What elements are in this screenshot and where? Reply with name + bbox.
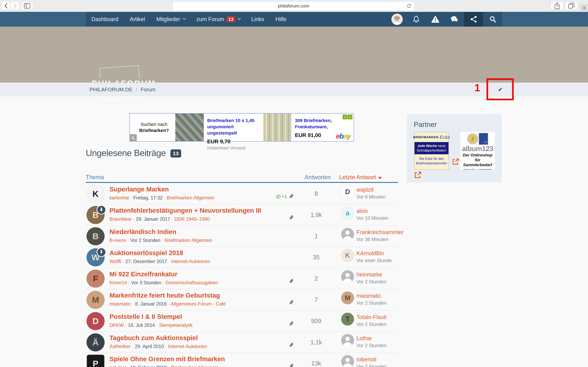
conversations-button[interactable] (445, 12, 464, 27)
avatar-letter: Ä (93, 337, 99, 347)
refresh-icon[interactable] (406, 3, 412, 9)
browser-forward-button[interactable] (11, 2, 19, 9)
browser-share-button[interactable] (551, 2, 563, 9)
topic-category-link[interactable]: Gemeinschaftsausgaben (165, 280, 218, 285)
ebay-ad-banner[interactable]: Suchen nach Briefmarken? Briefmarken 10 … (130, 113, 354, 142)
browser-back-button[interactable] (2, 2, 10, 9)
last-reply-avatar[interactable] (341, 334, 354, 347)
nav-item-mitglieder[interactable]: Mitglieder (151, 12, 191, 27)
euro-coin-image: 2 (467, 133, 478, 144)
browser-new-tab-button[interactable]: + (580, 4, 588, 12)
last-reply-avatar[interactable]: K (341, 249, 354, 262)
browser-tabs-button[interactable] (565, 2, 577, 9)
topic-avatar[interactable]: B (86, 206, 104, 224)
ad-item-2-link[interactable]: 309 Briefmarken, Frankaturware, (295, 117, 347, 130)
nav-item-artikel[interactable]: Artikel (124, 12, 151, 27)
album123-banner[interactable]: 2 12 album123 Der Onlineshop für Sammler… (460, 132, 495, 170)
briefmarken-ecke-banner[interactable]: BRIEFMARKEN Ecke Jede Woche neue Schnäpp… (414, 132, 449, 170)
topic-title-link[interactable]: Niederländisch Indien (110, 228, 176, 235)
last-reply-avatar[interactable] (341, 270, 354, 283)
topic-avatar[interactable]: B (86, 227, 104, 245)
last-reply-user-link[interactable]: miasmatic (356, 293, 381, 299)
column-header-antworten[interactable]: Antworten (282, 174, 331, 181)
topic-author-link[interactable]: miasmatic (110, 301, 131, 307)
topic-author-link[interactable]: Ästhetiker (110, 344, 131, 349)
topic-title-link[interactable]: Spiele Ohne Grenzen mit Briefmarken (110, 355, 225, 363)
last-reply-avatar[interactable]: M (341, 292, 354, 304)
nav-item-hilfe[interactable]: Hilfe (270, 12, 292, 27)
topic-title-link[interactable]: Mi 922 Einzelfrankatur (110, 270, 177, 278)
last-reply-user-link[interactable]: heinmarke (356, 271, 382, 278)
topic-title-link[interactable]: Tagebuch zum Auktionsspiel (110, 334, 198, 342)
topic-category-link[interactable]: Briefmarken Allgemein (164, 238, 212, 243)
ad-item-1-link[interactable]: Briefmarken 10 x 1,45 ungummiert ungeste… (207, 117, 262, 136)
topic-title-link[interactable]: Superlange Marken (110, 186, 169, 193)
topic-author-link[interactable]: frimer14 (110, 280, 127, 285)
column-header-thema[interactable]: Thema (86, 174, 104, 181)
avatar-letter: D (93, 316, 99, 326)
topic-avatar[interactable]: P (86, 354, 104, 367)
ad-next-button[interactable]: › (348, 115, 352, 119)
topic-avatar[interactable]: K (86, 185, 104, 203)
ad-stamp-photo-2[interactable] (263, 114, 291, 141)
topic-category-link[interactable]: Stempelanalytik (159, 323, 193, 328)
topic-author-link[interactable]: Wolffi (110, 259, 121, 264)
topic-title-link[interactable]: Markenfritze feiert heute Geburtstag (110, 292, 220, 299)
ebay-logo[interactable]: ebay (336, 132, 350, 140)
breadcrumb-forum-link[interactable]: Forum (141, 87, 156, 92)
topic-title-link[interactable]: Auktionserlösspiel 2018 (110, 249, 183, 257)
last-reply-avatar[interactable]: T (341, 313, 354, 325)
notifications-button[interactable] (406, 12, 426, 27)
topic-category-link[interactable]: Briefmarken Allgemein (171, 365, 218, 367)
ad-prev-button[interactable]: ‹ (343, 115, 347, 119)
topic-title-link[interactable]: Plattenfehlerbestätigungen + Neuvorstell… (110, 207, 261, 214)
topic-author-link[interactable]: B-reeze (110, 238, 126, 243)
avatar-letter: a (346, 209, 349, 217)
address-bar[interactable]: philaforum.com (173, 1, 414, 10)
last-reply-avatar[interactable] (341, 355, 354, 367)
search-button[interactable] (483, 12, 502, 27)
url-text: philaforum.com (278, 3, 309, 8)
topic-category-link[interactable]: Internet-Auktionen (168, 344, 207, 349)
last-reply-avatar[interactable] (341, 228, 354, 241)
external-link-icon[interactable] (414, 171, 422, 179)
reply-count: 1,9k (299, 211, 333, 218)
last-reply-avatar[interactable]: a (341, 207, 354, 219)
last-reply-user-link[interactable]: KArnoldBln (356, 250, 384, 257)
last-reply-user-link[interactable]: robertoli (356, 356, 376, 363)
share-button[interactable] (464, 12, 483, 27)
topic-avatar[interactable]: D (86, 312, 104, 330)
topic-author-link[interactable]: polymat (110, 365, 126, 367)
last-reply-user-link[interactable]: alois (356, 208, 368, 214)
user-menu-button[interactable] (387, 12, 406, 27)
mark-all-read-button[interactable]: ✔ (496, 83, 505, 96)
last-reply-user-link[interactable]: Totalo-Flauti (356, 314, 387, 320)
topic-title-link[interactable]: Poststelle I & II Stempel (110, 313, 182, 320)
topic-category-link[interactable]: Allgemeines Forum - Café (171, 301, 226, 307)
topic-category-link[interactable]: DDR 1949–1990 (174, 216, 210, 222)
topic-author-link[interactable]: Braunbear (110, 216, 132, 222)
topic-avatar[interactable]: W (86, 248, 104, 266)
moderation-button[interactable] (426, 12, 445, 27)
topic-category-link[interactable]: Briefmarken Allgemein (167, 195, 214, 200)
topic-author-link[interactable]: kartenhai (110, 195, 129, 200)
topic-author-link[interactable]: DKKW (110, 323, 124, 328)
ad-stamp-photo-1[interactable] (175, 114, 204, 141)
breadcrumb-site-link[interactable]: PHILAFORUM.DE (90, 87, 132, 92)
last-reply-user-link[interactable]: Frankreichsammler (356, 229, 404, 235)
topic-row: F Mi 922 Einzelfrankatur frimer14 · Vor … (86, 268, 398, 289)
topic-category-link[interactable]: Internet-Auktionen (171, 259, 210, 264)
last-reply-user-link[interactable]: wajdz8 (356, 187, 374, 193)
topic-avatar[interactable]: Ä (86, 333, 104, 351)
nav-item-zum-forum[interactable]: zum Forum13 (191, 12, 245, 27)
browser-sidebar-button[interactable] (21, 2, 33, 9)
external-link-icon[interactable] (452, 158, 459, 165)
last-reply-time: Vor 2 Stunden (356, 279, 387, 284)
last-reply-avatar[interactable]: D (341, 185, 354, 198)
nav-item-links[interactable]: Links (246, 12, 270, 27)
topic-avatar[interactable]: M (86, 291, 104, 309)
column-header-letzte-antwort[interactable]: Letzte Antwort (339, 174, 382, 181)
nav-item-dashboard[interactable]: Dashboard (86, 12, 124, 27)
topic-avatar[interactable]: F (86, 270, 104, 288)
last-reply-user-link[interactable]: Lothar (356, 335, 372, 342)
